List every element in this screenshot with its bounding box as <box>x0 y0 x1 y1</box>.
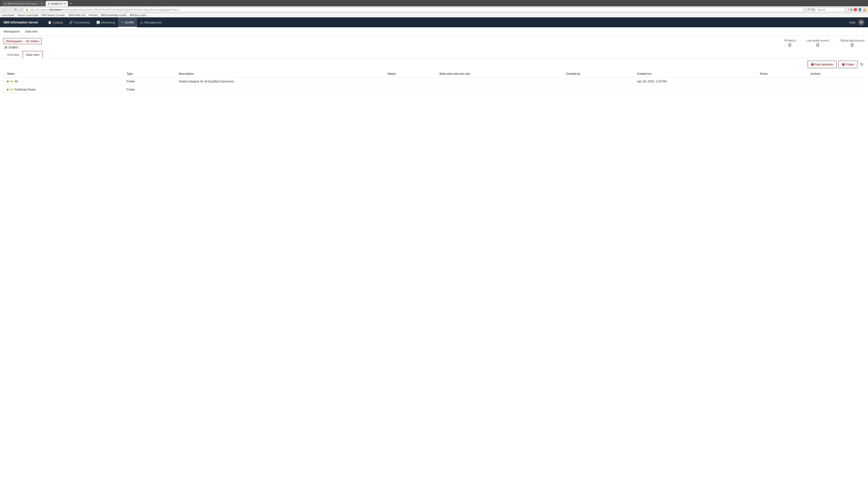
col-actions: Actions <box>807 70 864 77</box>
metrics-row: PII data ℹ 0 Low quality score ℹ 0 Criti… <box>784 38 864 48</box>
row1-name-cell: ▶ 📁 All <box>4 77 123 86</box>
col-created-on: Created on <box>633 70 756 77</box>
table-row: ▶ 📁 Published Rules Folder <box>4 86 864 94</box>
sub-nav-workspaces[interactable]: Workspaces <box>4 27 20 36</box>
sync-button[interactable]: 👤 <box>858 8 862 11</box>
sub-nav-datasets[interactable]: Data sets <box>25 27 37 36</box>
metric-pii-label: PII data ℹ <box>784 39 795 42</box>
browser-tab-ibm[interactable]: 🖥 IBM InfoSphere Information Serv... ✕ <box>2 1 45 6</box>
new-tab-button[interactable]: + <box>68 1 73 6</box>
row2-created-on <box>633 86 756 94</box>
tab-data-rules[interactable]: Data rules <box>23 51 43 59</box>
forward-button[interactable]: → <box>8 7 13 12</box>
nav-item-connections[interactable]: 🔗 Connections <box>66 18 93 27</box>
nav-item-quality[interactable]: ✓ Quality <box>118 18 137 27</box>
table-container: Name Type Description Status Data rules … <box>0 70 868 94</box>
app-title: IBM Information Server <box>4 21 38 24</box>
row1-type: Folder <box>123 77 175 86</box>
tab-title-quality: Quality UI <box>51 2 62 5</box>
tab-favicon: 🖥 <box>4 2 6 5</box>
table-header: Name Type Description Status Data rules … <box>4 70 864 77</box>
pii-info-icon[interactable]: ℹ <box>795 39 796 42</box>
metric-pii: PII data ℹ 0 <box>784 39 795 48</box>
addon-button[interactable]: 🔴 <box>854 8 857 11</box>
sidebar-toggle-button[interactable]: ⊞ <box>850 8 852 11</box>
address-bar[interactable]: 🔒 https://iis-ugstack.ibm.demo/ibm/iis/q… <box>24 7 804 12</box>
metric-critical-label: Critical data issues ℹ <box>840 39 864 42</box>
more-options-button[interactable]: ··· <box>805 8 807 11</box>
col-name: Name <box>4 70 123 77</box>
nav-item-management[interactable]: 🗂 Management <box>137 18 165 27</box>
back-button[interactable]: ← <box>2 7 7 12</box>
rule-definition-button[interactable]: ⊕ Rule definition <box>807 61 837 68</box>
tab-close-quality[interactable]: ✕ <box>63 2 66 5</box>
notification-button[interactable]: 🔔 <box>863 8 866 11</box>
address-prefix: https://iis-ugstack. <box>30 8 50 11</box>
browser-tab-quality[interactable]: ⚙ Quality UI ✕ <box>45 1 68 6</box>
address-path: /ibm/iis/quality/workspace/ec1481df.64b1… <box>61 8 179 11</box>
breadcrumb-workspaces[interactable]: Workspaces <box>6 39 22 43</box>
row1-created-on: Apr 29, 2019, 1:29 PM <box>633 77 756 86</box>
breadcrumb-jkorders[interactable]: JK Orders <box>26 39 39 43</box>
row1-data-rules <box>436 77 562 86</box>
app-nav: 📋 Catalog 🔗 Connections 📊 Monitoring ✓ Q… <box>45 18 849 27</box>
row1-name[interactable]: All <box>14 79 18 83</box>
lock-icon: 🔒 <box>26 8 29 11</box>
bookmark-classic[interactable]: Classic Launchpad <box>17 14 38 17</box>
metric-critical-value: 0 <box>840 42 864 48</box>
breadcrumb-separator: › <box>24 39 24 43</box>
row2-expand-icon[interactable]: ▶ <box>7 88 9 91</box>
table-body: ▶ 📁 All Folder Global category for all Q… <box>4 77 864 94</box>
browser-chrome: 🖥 IBM InfoSphere Information Serv... ✕ ⚙… <box>0 0 868 18</box>
bookmark-reindex[interactable]: Reindex <box>89 14 98 17</box>
critical-info-icon[interactable]: ℹ <box>863 39 864 42</box>
catalog-icon: 📋 <box>48 21 52 24</box>
nav-item-catalog[interactable]: 📋 Catalog <box>45 18 66 27</box>
tab-favicon-quality: ⚙ <box>48 2 50 5</box>
app-header: IBM Information Server 📋 Catalog 🔗 Conne… <box>0 18 868 27</box>
bookmark-star-button[interactable]: ★ <box>812 8 814 11</box>
row1-expand-icon[interactable]: ▶ <box>7 80 9 83</box>
pocket-button[interactable]: 🛡 <box>808 8 811 11</box>
low-quality-info-icon[interactable]: ℹ <box>828 39 829 42</box>
help-button[interactable]: Help <box>849 21 855 24</box>
browser-search-input[interactable] <box>815 7 845 12</box>
bookmark-ibm-box[interactable]: IBM Box Login <box>130 14 146 17</box>
bookmark-hdp[interactable]: HDP Ambari Console <box>41 14 65 17</box>
row2-name[interactable]: Published Rules <box>14 88 36 91</box>
avatar[interactable]: AI <box>858 19 864 26</box>
col-description: Description <box>175 70 384 77</box>
tab-title-ibm: IBM InfoSphere Information Serv... <box>8 2 39 5</box>
sub-nav: Workspaces Data sets <box>0 27 868 36</box>
breadcrumb: Workspaces › JK Orders <box>4 38 41 44</box>
reload-button[interactable]: ↻ <box>13 7 18 12</box>
tab-close-ibm[interactable]: ✕ <box>41 2 43 5</box>
folder-button[interactable]: ⊕ Folder <box>838 61 858 68</box>
tabs-row: Overview Data rules <box>0 51 868 59</box>
address-text: https://iis-ugstack.ibm.demo/ibm/iis/qua… <box>30 8 179 11</box>
row1-folder-icon: 📁 <box>10 79 13 83</box>
bookmarks-icon-button[interactable]: 📑 <box>846 8 849 11</box>
metric-pii-value: 0 <box>784 42 795 48</box>
workspace-name: JK Orders <box>4 45 41 49</box>
metric-critical: Critical data issues ℹ 0 <box>840 39 864 48</box>
bookmark-yarn[interactable]: YARN Web GUI <box>68 14 86 17</box>
row2-description <box>175 86 384 94</box>
row1-terms <box>756 77 807 86</box>
col-type: Type <box>123 70 175 77</box>
bookmark-ibm-knowledge[interactable]: IBM Knowledge Center <box>101 14 126 17</box>
nav-item-monitoring[interactable]: 📊 Monitoring <box>93 18 118 27</box>
toolbar: ⊕ Rule definition ⊕ Folder ↻ <box>0 59 868 70</box>
rule-definition-label: Rule definition <box>815 63 833 66</box>
row1-actions <box>807 77 864 86</box>
nav-label-connections: Connections <box>74 21 90 24</box>
rule-definition-plus-icon: ⊕ <box>811 62 814 67</box>
col-status: Status <box>384 70 436 77</box>
refresh-button[interactable]: ↻ <box>859 61 864 68</box>
address-domain: ibm.demo <box>50 8 61 11</box>
bookmark-launchpad[interactable]: Launchpad <box>2 14 14 17</box>
home-button[interactable]: ⌂ <box>19 7 23 12</box>
header-right: Help AI <box>849 19 864 26</box>
tab-overview[interactable]: Overview <box>4 51 23 58</box>
folder-label: Folder <box>846 63 854 66</box>
